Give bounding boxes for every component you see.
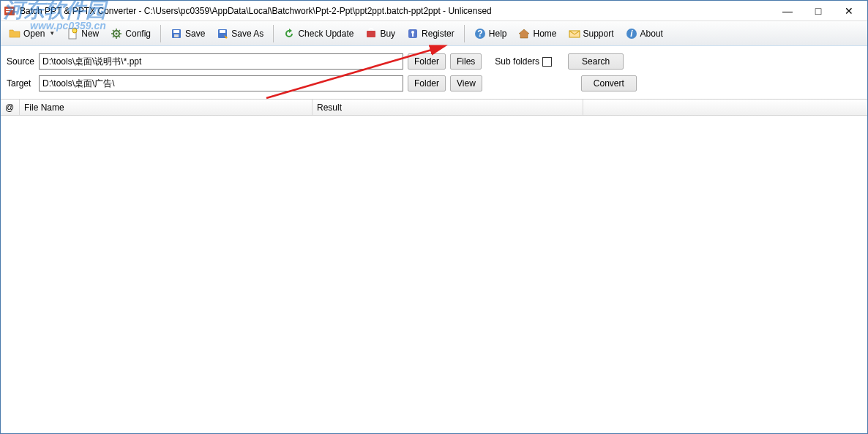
- source-folder-button[interactable]: Folder: [408, 53, 446, 70]
- target-input[interactable]: [39, 75, 403, 91]
- refresh-icon: [283, 28, 295, 40]
- about-button[interactable]: i About: [621, 23, 668, 44]
- chevron-down-icon: ▼: [49, 30, 55, 37]
- open-button[interactable]: Open ▼: [4, 23, 60, 44]
- minimize-button[interactable]: —: [772, 1, 803, 20]
- config-button[interactable]: Config: [105, 23, 156, 44]
- source-input[interactable]: [39, 53, 403, 70]
- svg-point-6: [116, 32, 118, 34]
- source-label: Source: [7, 56, 34, 67]
- titlebar: Batch PPT & PPTX Converter - C:\Users\pc…: [1, 1, 867, 21]
- new-file-icon: [67, 28, 78, 40]
- app-icon: [4, 5, 15, 17]
- save-as-button[interactable]: Save As: [212, 23, 269, 44]
- target-view-button[interactable]: View: [450, 75, 482, 91]
- subfolders-label: Sub folders: [495, 56, 539, 67]
- maximize-button[interactable]: □: [803, 1, 834, 20]
- form-area: Source Folder Files Sub folders Search T…: [1, 46, 867, 100]
- svg-text:?: ?: [477, 29, 482, 39]
- key-icon: [407, 28, 419, 40]
- source-row: Source Folder Files Sub folders Search: [7, 53, 861, 70]
- buy-button[interactable]: Buy: [360, 23, 400, 44]
- info-icon: i: [626, 28, 637, 40]
- list-header: @ File Name Result: [1, 100, 867, 116]
- window-controls: — □ ✕: [772, 1, 864, 20]
- svg-point-4: [72, 29, 77, 33]
- save-button[interactable]: Save: [165, 23, 210, 44]
- separator: [464, 25, 465, 42]
- svg-rect-1: [6, 9, 13, 10]
- check-update-button[interactable]: Check Update: [278, 23, 359, 44]
- col-result[interactable]: Result: [313, 100, 583, 115]
- target-label: Target: [7, 78, 34, 89]
- register-button[interactable]: Register: [402, 23, 460, 44]
- col-rest[interactable]: [583, 100, 867, 115]
- new-button[interactable]: New: [61, 23, 104, 44]
- svg-rect-9: [174, 34, 179, 37]
- subfolders-checkbox[interactable]: [542, 57, 552, 67]
- separator: [273, 25, 274, 42]
- home-button[interactable]: Home: [513, 23, 561, 44]
- convert-button[interactable]: Convert: [581, 75, 637, 91]
- search-button[interactable]: Search: [568, 53, 624, 70]
- svg-rect-11: [220, 30, 225, 33]
- open-folder-icon: [9, 28, 20, 40]
- save-as-icon: [217, 28, 228, 40]
- window-title: Batch PPT & PPTX Converter - C:\Users\pc…: [20, 6, 772, 16]
- home-icon: [518, 28, 530, 40]
- gear-icon: [111, 28, 122, 40]
- toolbar: Open ▼ New Config Save Save As Check Upd…: [1, 21, 867, 46]
- svg-rect-12: [367, 31, 375, 37]
- source-files-button[interactable]: Files: [450, 53, 482, 70]
- target-folder-button[interactable]: Folder: [408, 75, 446, 91]
- cart-icon: [365, 28, 377, 40]
- support-button[interactable]: Support: [564, 23, 619, 44]
- save-icon: [171, 28, 182, 40]
- svg-rect-8: [173, 30, 179, 33]
- col-filename[interactable]: File Name: [20, 100, 313, 115]
- help-button[interactable]: ? Help: [469, 23, 512, 44]
- separator: [160, 25, 161, 42]
- col-at[interactable]: @: [1, 100, 20, 115]
- svg-rect-15: [412, 33, 414, 37]
- target-row: Target Folder View Convert: [7, 75, 861, 91]
- subfolders-wrap: Sub folders: [495, 56, 552, 67]
- svg-rect-2: [6, 11, 10, 12]
- help-icon: ?: [474, 28, 486, 40]
- mail-icon: [569, 28, 580, 40]
- close-button[interactable]: ✕: [834, 1, 864, 20]
